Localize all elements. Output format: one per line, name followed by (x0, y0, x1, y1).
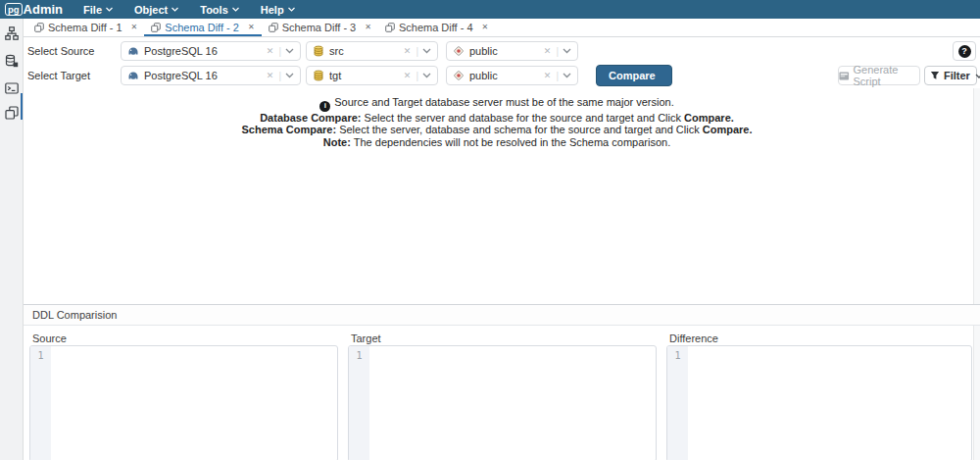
logo-pg-badge: pg (5, 3, 23, 16)
query-tool-icon (5, 54, 19, 68)
menu-help[interactable]: Help (250, 0, 306, 19)
pgadmin-app: pg Admin File Object Tools Help (0, 0, 980, 460)
generate-script-label: Generate Script (854, 64, 919, 87)
chevron-down-icon[interactable] (422, 73, 431, 78)
tab-schema-diff-3[interactable]: Schema Diff - 3 ✕ (262, 19, 378, 36)
select-divider: | (278, 46, 281, 57)
schema-icon (453, 70, 465, 81)
ddl-source-label: Source (32, 332, 67, 344)
chevron-down-icon (975, 74, 980, 78)
selected-value: PostgreSQL 16 (144, 45, 267, 57)
chevron-down-icon[interactable] (285, 48, 294, 54)
source-schema-select[interactable]: public ✕ | (446, 41, 578, 61)
tab-schema-diff-4[interactable]: Schema Diff - 4 ✕ (378, 19, 495, 36)
tab-label: Schema Diff - 1 (48, 22, 122, 33)
line-number: 1 (349, 346, 369, 361)
schema-diff-panel: Select Source PostgreSQL 16 ✕ | src ✕ | … (24, 37, 980, 460)
menu-object[interactable]: Object (123, 0, 189, 19)
vertical-scrollbar[interactable] (973, 88, 980, 460)
ddl-comparison-header[interactable]: DDL Comparision (24, 304, 980, 326)
select-divider: | (556, 46, 559, 57)
tab-bar: Schema Diff - 1 ✕ Schema Diff - 2 ✕ Sche… (24, 19, 980, 37)
clear-icon[interactable]: ✕ (544, 71, 552, 80)
chevron-down-icon (232, 7, 239, 12)
close-icon[interactable]: ✕ (482, 24, 489, 31)
schema-diff-tab-icon (34, 23, 44, 32)
select-divider: | (278, 71, 281, 81)
line-number-gutter: 1 (30, 346, 51, 460)
server-icon (127, 70, 139, 81)
terminal-icon (5, 81, 19, 95)
source-database-select[interactable]: src ✕ | (306, 41, 438, 61)
instruction-line-3: Schema Compare: Select the server, datab… (24, 124, 970, 135)
close-icon[interactable]: ✕ (365, 24, 371, 31)
sidebar-item-query-tool-workspace[interactable] (0, 49, 24, 73)
tab-label: Schema Diff - 4 (399, 22, 473, 33)
instructions-text: iSource and Target database server must … (24, 96, 970, 148)
schema-icon (453, 45, 465, 57)
close-icon[interactable]: ✕ (131, 24, 138, 31)
filter-label: Filter (944, 70, 970, 81)
generate-script-button[interactable]: Generate Script (838, 66, 920, 85)
ddl-target-editor[interactable]: 1 (348, 345, 657, 460)
chevron-down-icon (288, 7, 295, 12)
instruction-line-4: Note: The dependencies will not be resol… (24, 136, 970, 148)
clear-icon[interactable]: ✕ (267, 46, 274, 56)
chevron-down-icon[interactable] (563, 48, 571, 54)
line-number-gutter: 1 (667, 346, 688, 460)
server-icon (127, 45, 139, 57)
chevron-down-icon[interactable] (563, 73, 571, 78)
clear-icon[interactable]: ✕ (404, 71, 412, 80)
selected-value: PostgreSQL 16 (144, 70, 267, 81)
ddl-source-editor[interactable]: 1 (29, 345, 338, 460)
schema-diff-tab-icon (151, 23, 161, 32)
workspace-sidebar (0, 19, 24, 460)
ddl-target-label: Target (351, 332, 381, 344)
chevron-down-icon[interactable] (422, 48, 431, 54)
script-icon (839, 71, 850, 81)
menu-bar: File Object Tools Help (73, 0, 306, 19)
chevron-down-icon (172, 7, 178, 12)
schema-diff-icon (5, 106, 19, 120)
sidebar-item-default-workspace[interactable] (0, 22, 24, 45)
filter-dropdown-toggle[interactable] (975, 74, 980, 78)
menu-tools[interactable]: Tools (189, 0, 250, 19)
menu-file[interactable]: File (73, 0, 123, 19)
source-server-select[interactable]: PostgreSQL 16 ✕ | (121, 41, 301, 61)
tab-label: Schema Diff - 3 (282, 22, 357, 33)
tab-schema-diff-2[interactable]: Schema Diff - 2 ✕ (144, 19, 261, 36)
help-button[interactable]: ? (953, 41, 976, 61)
close-icon[interactable]: ✕ (248, 24, 255, 31)
schema-diff-tab-icon (385, 23, 395, 32)
clear-icon[interactable]: ✕ (544, 46, 552, 56)
pgadmin-logo: pg Admin (5, 2, 63, 17)
tab-schema-diff-1[interactable]: Schema Diff - 1 ✕ (27, 19, 144, 36)
info-icon: i (319, 101, 330, 112)
tab-label: Schema Diff - 2 (165, 22, 239, 33)
selected-value: public (469, 45, 544, 57)
filter-main[interactable]: Filter (925, 70, 975, 81)
clear-icon[interactable]: ✕ (267, 71, 274, 80)
ddl-difference-editor[interactable]: 1 (666, 345, 972, 460)
line-number-gutter: 1 (349, 346, 369, 460)
logo-admin-text: Admin (24, 2, 63, 17)
schema-diff-tab-icon (269, 23, 278, 32)
instruction-line-2: Database Compare: Select the server and … (24, 112, 970, 124)
object-explorer-icon (5, 26, 19, 40)
ddl-comparison-title: DDL Comparision (32, 309, 117, 321)
clear-icon[interactable]: ✕ (404, 46, 412, 56)
target-database-select[interactable]: tgt ✕ | (306, 66, 438, 85)
chevron-down-icon (106, 7, 113, 12)
sidebar-active-indicator (21, 93, 23, 120)
database-icon (313, 45, 324, 57)
compare-button[interactable]: Compare (596, 65, 672, 86)
target-schema-select[interactable]: public ✕ | (446, 66, 578, 85)
chevron-down-icon[interactable] (285, 73, 294, 78)
question-icon: ? (958, 45, 971, 58)
select-divider: | (416, 46, 418, 57)
select-target-label: Select Target (27, 66, 90, 85)
select-divider: | (556, 71, 559, 81)
filter-button[interactable]: Filter (924, 66, 977, 85)
funnel-icon (930, 71, 940, 80)
target-server-select[interactable]: PostgreSQL 16 ✕ | (121, 66, 301, 85)
